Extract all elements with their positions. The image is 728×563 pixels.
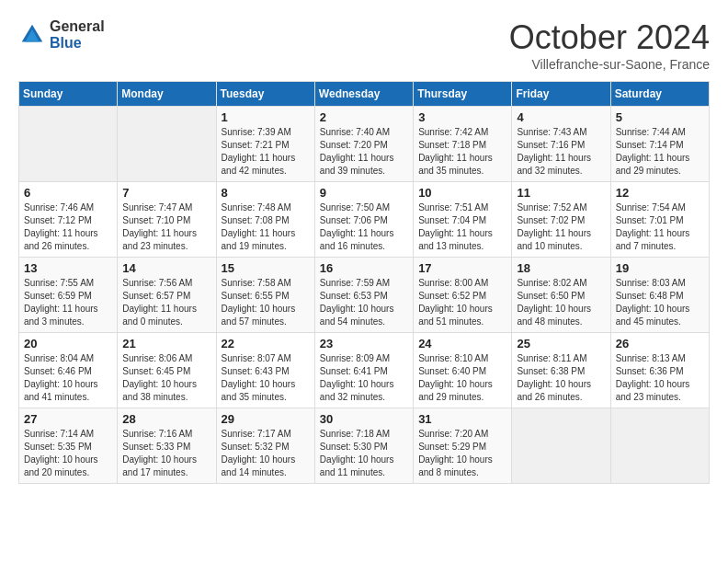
logo-blue: Blue	[50, 35, 105, 52]
day-number: 18	[517, 261, 605, 275]
logo: General Blue	[18, 18, 105, 51]
calendar-cell: 5Sunrise: 7:44 AMSunset: 7:14 PMDaylight…	[610, 107, 709, 182]
day-detail: Sunrise: 7:56 AMSunset: 6:57 PMDaylight:…	[122, 277, 210, 328]
day-detail: Sunrise: 8:09 AMSunset: 6:41 PMDaylight:…	[320, 352, 408, 404]
day-number: 10	[418, 186, 506, 200]
calendar-cell: 20Sunrise: 8:04 AMSunset: 6:46 PMDayligh…	[19, 333, 118, 408]
day-detail: Sunrise: 8:07 AMSunset: 6:43 PMDaylight:…	[222, 352, 310, 404]
day-number: 20	[24, 337, 112, 350]
calendar-cell: 4Sunrise: 7:43 AMSunset: 7:16 PMDaylight…	[512, 107, 610, 182]
day-number: 29	[222, 412, 310, 426]
day-number: 7	[122, 186, 210, 200]
month-title: October 2024	[509, 18, 710, 57]
calendar-cell: 17Sunrise: 8:00 AMSunset: 6:52 PMDayligh…	[414, 258, 512, 333]
day-detail: Sunrise: 7:47 AMSunset: 7:10 PMDaylight:…	[122, 201, 210, 253]
day-detail: Sunrise: 8:10 AMSunset: 6:40 PMDaylight:…	[418, 352, 506, 404]
calendar-week-row: 27Sunrise: 7:14 AMSunset: 5:35 PMDayligh…	[19, 408, 710, 484]
page-header: General Blue October 2024 Villefranche-s…	[18, 18, 710, 72]
day-number: 14	[122, 261, 210, 275]
day-detail: Sunrise: 7:43 AMSunset: 7:16 PMDaylight:…	[517, 126, 605, 178]
calendar-cell: 21Sunrise: 8:06 AMSunset: 6:45 PMDayligh…	[118, 333, 216, 408]
day-number: 17	[418, 261, 506, 275]
day-detail: Sunrise: 8:11 AMSunset: 6:38 PMDaylight:…	[517, 352, 605, 404]
calendar-cell: 9Sunrise: 7:50 AMSunset: 7:06 PMDaylight…	[314, 182, 413, 258]
weekday-header: Wednesday	[314, 82, 413, 107]
day-detail: Sunrise: 8:04 AMSunset: 6:46 PMDaylight:…	[24, 352, 112, 404]
day-detail: Sunrise: 7:40 AMSunset: 7:20 PMDaylight:…	[320, 126, 408, 178]
weekday-header: Saturday	[610, 82, 709, 107]
calendar-cell: 1Sunrise: 7:39 AMSunset: 7:21 PMDaylight…	[216, 107, 314, 182]
day-detail: Sunrise: 7:17 AMSunset: 5:32 PMDaylight:…	[222, 428, 310, 479]
calendar-cell: 3Sunrise: 7:42 AMSunset: 7:18 PMDaylight…	[414, 107, 512, 182]
location-subtitle: Villefranche-sur-Saone, France	[509, 57, 710, 72]
day-detail: Sunrise: 8:00 AMSunset: 6:52 PMDaylight:…	[418, 277, 506, 328]
day-detail: Sunrise: 7:50 AMSunset: 7:06 PMDaylight:…	[320, 201, 408, 253]
weekday-header: Tuesday	[216, 82, 314, 107]
day-detail: Sunrise: 7:16 AMSunset: 5:33 PMDaylight:…	[122, 428, 210, 479]
day-detail: Sunrise: 7:14 AMSunset: 5:35 PMDaylight:…	[24, 428, 112, 479]
day-detail: Sunrise: 7:52 AMSunset: 7:02 PMDaylight:…	[517, 201, 605, 253]
day-detail: Sunrise: 7:20 AMSunset: 5:29 PMDaylight:…	[418, 428, 506, 479]
day-number: 12	[616, 186, 704, 200]
calendar-cell: 25Sunrise: 8:11 AMSunset: 6:38 PMDayligh…	[512, 333, 610, 408]
calendar-cell: 13Sunrise: 7:55 AMSunset: 6:59 PMDayligh…	[19, 258, 118, 333]
calendar-cell: 15Sunrise: 7:58 AMSunset: 6:55 PMDayligh…	[216, 258, 314, 333]
day-detail: Sunrise: 7:48 AMSunset: 7:08 PMDaylight:…	[222, 201, 310, 253]
day-detail: Sunrise: 7:44 AMSunset: 7:14 PMDaylight:…	[616, 126, 704, 178]
calendar-cell	[610, 408, 709, 484]
day-number: 6	[24, 186, 112, 200]
calendar-cell: 19Sunrise: 8:03 AMSunset: 6:48 PMDayligh…	[610, 258, 709, 333]
day-number: 5	[616, 110, 704, 124]
logo-icon	[18, 21, 46, 49]
calendar-cell: 31Sunrise: 7:20 AMSunset: 5:29 PMDayligh…	[414, 408, 512, 484]
calendar-week-row: 1Sunrise: 7:39 AMSunset: 7:21 PMDaylight…	[19, 107, 710, 182]
logo-general: General	[50, 18, 105, 35]
calendar-week-row: 20Sunrise: 8:04 AMSunset: 6:46 PMDayligh…	[19, 333, 710, 408]
day-number: 27	[24, 412, 112, 426]
day-detail: Sunrise: 7:54 AMSunset: 7:01 PMDaylight:…	[616, 201, 704, 253]
day-detail: Sunrise: 8:02 AMSunset: 6:50 PMDaylight:…	[517, 277, 605, 328]
calendar-table: SundayMondayTuesdayWednesdayThursdayFrid…	[18, 81, 710, 484]
calendar-cell: 6Sunrise: 7:46 AMSunset: 7:12 PMDaylight…	[19, 182, 118, 258]
logo-text: General Blue	[50, 18, 105, 51]
day-detail: Sunrise: 7:39 AMSunset: 7:21 PMDaylight:…	[222, 126, 310, 178]
day-number: 4	[517, 110, 605, 124]
day-number: 9	[320, 186, 408, 200]
day-number: 1	[222, 110, 310, 124]
calendar-cell: 23Sunrise: 8:09 AMSunset: 6:41 PMDayligh…	[314, 333, 413, 408]
day-number: 11	[517, 186, 605, 200]
calendar-cell: 10Sunrise: 7:51 AMSunset: 7:04 PMDayligh…	[414, 182, 512, 258]
day-number: 23	[320, 337, 408, 350]
calendar-cell	[118, 107, 216, 182]
weekday-header: Friday	[512, 82, 610, 107]
day-number: 16	[320, 261, 408, 275]
day-number: 25	[517, 337, 605, 350]
day-number: 30	[320, 412, 408, 426]
calendar-body: 1Sunrise: 7:39 AMSunset: 7:21 PMDaylight…	[19, 107, 710, 484]
day-detail: Sunrise: 7:55 AMSunset: 6:59 PMDaylight:…	[24, 277, 112, 328]
day-detail: Sunrise: 7:42 AMSunset: 7:18 PMDaylight:…	[418, 126, 506, 178]
day-number: 19	[616, 261, 704, 275]
calendar-week-row: 13Sunrise: 7:55 AMSunset: 6:59 PMDayligh…	[19, 258, 710, 333]
day-number: 24	[418, 337, 506, 350]
calendar-cell: 22Sunrise: 8:07 AMSunset: 6:43 PMDayligh…	[216, 333, 314, 408]
calendar-cell: 27Sunrise: 7:14 AMSunset: 5:35 PMDayligh…	[19, 408, 118, 484]
calendar-cell: 2Sunrise: 7:40 AMSunset: 7:20 PMDaylight…	[314, 107, 413, 182]
calendar-header: SundayMondayTuesdayWednesdayThursdayFrid…	[19, 82, 710, 107]
day-number: 15	[222, 261, 310, 275]
day-number: 21	[122, 337, 210, 350]
weekday-header: Thursday	[414, 82, 512, 107]
weekday-row: SundayMondayTuesdayWednesdayThursdayFrid…	[19, 82, 710, 107]
day-number: 3	[418, 110, 506, 124]
calendar-cell: 30Sunrise: 7:18 AMSunset: 5:30 PMDayligh…	[314, 408, 413, 484]
weekday-header: Sunday	[19, 82, 118, 107]
calendar-cell: 14Sunrise: 7:56 AMSunset: 6:57 PMDayligh…	[118, 258, 216, 333]
title-block: October 2024 Villefranche-sur-Saone, Fra…	[509, 18, 710, 72]
day-number: 28	[122, 412, 210, 426]
calendar-cell: 7Sunrise: 7:47 AMSunset: 7:10 PMDaylight…	[118, 182, 216, 258]
day-detail: Sunrise: 7:18 AMSunset: 5:30 PMDaylight:…	[320, 428, 408, 479]
calendar-cell: 29Sunrise: 7:17 AMSunset: 5:32 PMDayligh…	[216, 408, 314, 484]
calendar-cell: 12Sunrise: 7:54 AMSunset: 7:01 PMDayligh…	[610, 182, 709, 258]
calendar-cell: 24Sunrise: 8:10 AMSunset: 6:40 PMDayligh…	[414, 333, 512, 408]
day-detail: Sunrise: 7:46 AMSunset: 7:12 PMDaylight:…	[24, 201, 112, 253]
